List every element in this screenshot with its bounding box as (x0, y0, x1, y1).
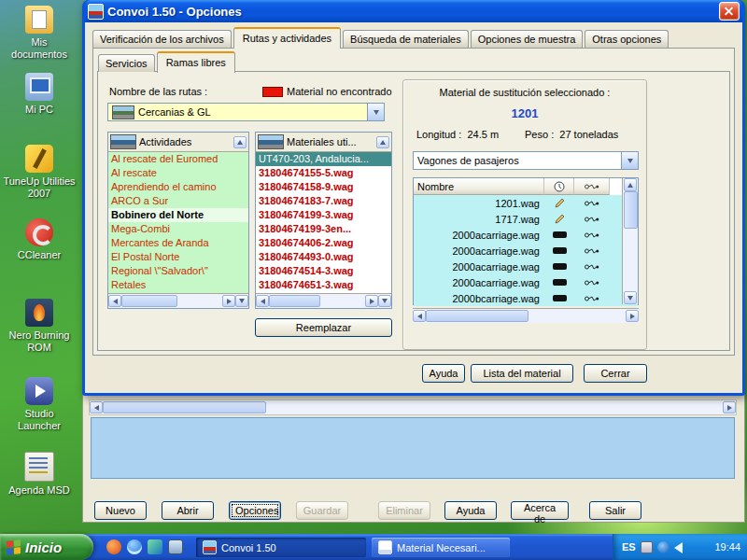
grid-row[interactable]: 2000acarriage.wag (414, 259, 638, 274)
grid-horizontal-scrollbar[interactable] (413, 308, 639, 323)
ayuda-button[interactable]: Ayuda (444, 501, 497, 520)
reemplazar-button[interactable]: Reemplazar (255, 318, 392, 337)
desktop-icon-studio-launcher[interactable]: Studio Launcher (2, 377, 77, 432)
scroll-down-button[interactable] (378, 295, 391, 307)
material-item[interactable]: 31804674514-3.wag (256, 264, 391, 278)
grid-row[interactable]: 2000acarriage.wag (414, 274, 638, 290)
scroll-right-button[interactable] (365, 295, 378, 307)
tab-opciones-muestra[interactable]: Opciones de muestra (471, 30, 584, 48)
route-combobox[interactable]: Cercanias & GL (107, 103, 385, 121)
material-item[interactable]: 31804674199-3en... (256, 222, 391, 236)
volume-icon[interactable] (674, 542, 683, 553)
nuevo-button[interactable]: Nuevo (94, 501, 147, 520)
activity-item[interactable]: Al rescate del Euromed (108, 152, 248, 166)
scroll-left-button[interactable] (108, 295, 121, 307)
material-item[interactable]: 31804674199-3.wag (256, 208, 391, 222)
quicklaunch-msn-icon[interactable] (148, 539, 162, 554)
scrollbar-thumb[interactable] (103, 401, 266, 413)
tab-servicios[interactable]: Servicios (98, 54, 155, 72)
desktop-icon-mi-pc[interactable]: Mi PC (2, 73, 77, 116)
quicklaunch-ie-icon[interactable] (127, 539, 142, 554)
acerca-de-button[interactable]: Acerca de (511, 501, 569, 520)
eliminar-button[interactable]: Eliminar (378, 501, 430, 520)
grid-row[interactable]: 1717.wag (414, 211, 638, 227)
category-combobox[interactable]: Vagones de pasajeros (413, 151, 639, 170)
scroll-down-button[interactable] (624, 291, 637, 304)
horizontal-scrollbar[interactable] (89, 399, 737, 415)
scroll-up-button[interactable] (376, 136, 389, 148)
scrollbar-thumb[interactable] (624, 191, 638, 229)
material-item[interactable]: 31804674158-9.wag (256, 180, 391, 194)
scroll-left-button[interactable] (256, 295, 269, 307)
taskbar-task-convoi[interactable]: Convoi 1.50 (196, 538, 366, 557)
close-icon[interactable] (719, 2, 740, 21)
dialog-titlebar[interactable]: Convoi 1.50 - Opciones (85, 0, 742, 22)
desktop-icon-mis-documentos[interactable]: Mis documentos (2, 6, 77, 61)
activities-header[interactable]: Actividades (108, 133, 248, 152)
safely-remove-icon[interactable] (657, 541, 669, 553)
activity-item[interactable]: Mega-Combi (108, 222, 248, 236)
opciones-button[interactable]: Opciones (229, 501, 281, 520)
scrollbar-thumb[interactable] (121, 295, 177, 307)
material-item-selected[interactable]: UT470-203, Andalucia... (256, 152, 391, 166)
grid-row[interactable]: 1201.wag (414, 195, 638, 211)
materials-horizontal-scrollbar[interactable] (256, 293, 391, 308)
tab-otras-opciones[interactable]: Otras opciones (585, 30, 669, 48)
start-button[interactable]: Inicio (0, 534, 93, 560)
scroll-left-button[interactable] (413, 310, 426, 322)
dropdown-arrow-icon[interactable] (367, 104, 384, 120)
abrir-button[interactable]: Abrir (162, 501, 214, 520)
column-header-clock-icon[interactable] (544, 178, 574, 195)
desktop-icon-nero[interactable]: Nero Burning ROM (2, 299, 77, 354)
materials-header[interactable]: Materiales uti... (256, 133, 391, 152)
material-item[interactable]: 31804674406-2.wag (256, 236, 391, 250)
desktop-icon-ccleaner[interactable]: CCleaner (2, 218, 77, 261)
material-item[interactable]: 31804674493-0.wag (256, 250, 391, 264)
desktop-icon-agenda-msd[interactable]: Agenda MSD (2, 452, 77, 497)
scroll-right-button[interactable] (626, 310, 639, 322)
material-item[interactable]: 31804674183-7.wag (256, 194, 391, 208)
scrollbar-thumb[interactable] (426, 310, 529, 322)
column-header-coupler-icon[interactable] (574, 178, 610, 195)
activities-horizontal-scrollbar[interactable] (108, 293, 248, 308)
activity-item[interactable]: Regional \"Salvador\" (108, 264, 248, 278)
column-header-nombre[interactable]: Nombre (414, 178, 544, 195)
dialog-ayuda-button[interactable]: Ayuda (422, 364, 465, 383)
grid-row[interactable]: 2000acarriage.wag (414, 243, 638, 259)
salir-button[interactable]: Salir (589, 501, 641, 520)
tab-rutas-actividades[interactable]: Rutas y actividades (233, 27, 341, 49)
keyboard-layout-icon[interactable] (641, 541, 653, 553)
activity-item[interactable]: Retales (108, 278, 248, 292)
activity-item[interactable]: Al rescate (108, 166, 248, 180)
scrollbar-thumb[interactable] (269, 295, 320, 307)
activity-item[interactable]: Mercantes de Aranda (108, 236, 248, 250)
language-indicator[interactable]: ES (622, 541, 636, 553)
grid-row[interactable]: 2000acarriage.wag (414, 227, 638, 243)
activity-item[interactable]: Aprendiendo el camino (108, 180, 248, 194)
taskbar-clock[interactable]: 19:44 (714, 541, 740, 553)
scroll-up-button[interactable] (233, 136, 247, 148)
scroll-up-button[interactable] (624, 178, 637, 191)
material-item[interactable]: 31804674651-3.wag (256, 278, 391, 292)
quicklaunch-show-desktop-icon[interactable] (168, 539, 183, 554)
scroll-left-button[interactable] (90, 401, 103, 413)
activity-item[interactable]: ARCO a Sur (108, 194, 248, 208)
material-item[interactable]: 31804674155-5.wag (256, 166, 391, 180)
scroll-right-button[interactable] (222, 295, 235, 307)
grid-vertical-scrollbar[interactable] (622, 178, 638, 304)
cerrar-button[interactable]: Cerrar (584, 364, 647, 383)
taskbar-task-material-necesario[interactable]: Material Necesari... (372, 538, 510, 557)
scroll-down-button[interactable] (235, 295, 248, 307)
tab-verificacion-archivos[interactable]: Verificación de los archivos (92, 30, 232, 48)
quicklaunch-media-icon[interactable] (106, 539, 121, 554)
scroll-right-button[interactable] (723, 401, 736, 413)
tab-busqueda-materiales[interactable]: Búsqueda de materiales (343, 30, 469, 48)
activity-item[interactable]: El Postal Norte (108, 250, 248, 264)
activity-item-selected[interactable]: Bobinero del Norte (108, 208, 248, 222)
tab-ramas-libres[interactable]: Ramas libres (157, 51, 235, 73)
guardar-button[interactable]: Guardar (296, 501, 348, 520)
grid-row[interactable]: 2000bcarriage.wag (414, 290, 638, 306)
desktop-icon-tuneup[interactable]: TuneUp Utilities 2007 (2, 145, 77, 200)
lista-del-material-button[interactable]: Lista del material (471, 364, 573, 383)
dropdown-arrow-icon[interactable] (621, 152, 638, 169)
